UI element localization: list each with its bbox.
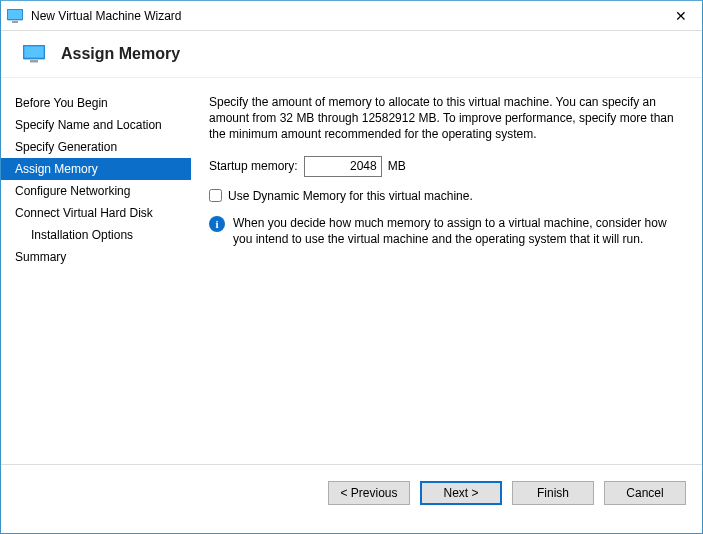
startup-memory-input[interactable]	[304, 156, 382, 177]
sidebar-item-label: Installation Options	[31, 228, 133, 242]
sidebar-item-label: Before You Begin	[15, 96, 108, 110]
page-title: Assign Memory	[61, 45, 180, 63]
info-icon: i	[209, 216, 225, 232]
step-before-you-begin[interactable]: Before You Begin	[1, 92, 191, 114]
sidebar-item-label: Assign Memory	[15, 162, 98, 176]
wizard-header: Assign Memory	[1, 31, 702, 78]
step-installation-options[interactable]: Installation Options	[1, 224, 191, 246]
sidebar-item-label: Specify Generation	[15, 140, 117, 154]
sidebar-item-label: Configure Networking	[15, 184, 130, 198]
step-summary[interactable]: Summary	[1, 246, 191, 268]
title-bar: New Virtual Machine Wizard ✕	[1, 1, 702, 31]
startup-memory-unit: MB	[388, 159, 406, 173]
sidebar-item-label: Specify Name and Location	[15, 118, 162, 132]
cancel-button[interactable]: Cancel	[604, 481, 686, 505]
sidebar-item-label: Connect Virtual Hard Disk	[15, 206, 153, 220]
startup-memory-label: Startup memory:	[209, 159, 298, 173]
previous-button[interactable]: < Previous	[328, 481, 410, 505]
svg-rect-1	[8, 10, 22, 19]
wizard-footer: < Previous Next > Finish Cancel	[1, 464, 702, 520]
memory-description: Specify the amount of memory to allocate…	[209, 94, 684, 143]
dynamic-memory-row: Use Dynamic Memory for this virtual mach…	[209, 189, 684, 203]
info-panel: i When you decide how much memory to ass…	[209, 215, 684, 247]
step-configure-networking[interactable]: Configure Networking	[1, 180, 191, 202]
svg-rect-2	[12, 21, 18, 23]
wizard-steps-sidebar: Before You Begin Specify Name and Locati…	[1, 78, 191, 464]
info-text: When you decide how much memory to assig…	[233, 215, 684, 247]
close-button[interactable]: ✕	[660, 1, 702, 30]
step-specify-name-and-location[interactable]: Specify Name and Location	[1, 114, 191, 136]
step-connect-virtual-hard-disk[interactable]: Connect Virtual Hard Disk	[1, 202, 191, 224]
dynamic-memory-label[interactable]: Use Dynamic Memory for this virtual mach…	[228, 189, 473, 203]
wizard-content: Specify the amount of memory to allocate…	[191, 78, 702, 464]
step-assign-memory[interactable]: Assign Memory	[1, 158, 191, 180]
wizard-body: Before You Begin Specify Name and Locati…	[1, 78, 702, 464]
dynamic-memory-checkbox[interactable]	[209, 189, 222, 202]
wizard-header-icon	[23, 45, 45, 63]
step-specify-generation[interactable]: Specify Generation	[1, 136, 191, 158]
startup-memory-row: Startup memory: MB	[209, 156, 684, 177]
sidebar-item-label: Summary	[15, 250, 66, 264]
next-button[interactable]: Next >	[420, 481, 502, 505]
app-icon	[7, 9, 23, 23]
window-title: New Virtual Machine Wizard	[31, 9, 182, 23]
finish-button[interactable]: Finish	[512, 481, 594, 505]
svg-rect-5	[30, 60, 38, 63]
svg-rect-4	[25, 47, 44, 58]
